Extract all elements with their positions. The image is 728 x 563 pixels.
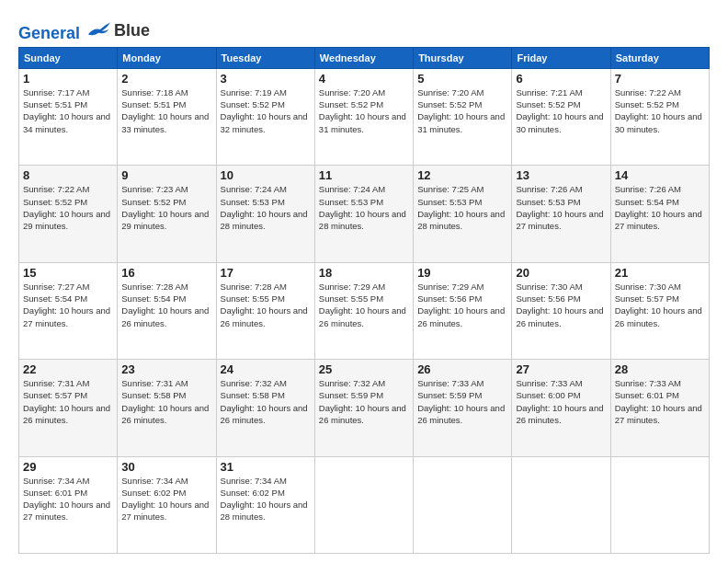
day-number: 11 [319,168,409,182]
day-info: Sunrise: 7:23 AM Sunset: 5:52 PM Dayligh… [121,183,211,232]
day-number: 4 [319,72,409,86]
day-info: Sunrise: 7:27 AM Sunset: 5:54 PM Dayligh… [23,281,113,329]
day-info: Sunrise: 7:20 AM Sunset: 5:52 PM Dayligh… [417,86,507,135]
calendar-cell: 20 Sunrise: 7:30 AM Sunset: 5:56 PM Dayl… [512,262,610,359]
day-info: Sunrise: 7:31 AM Sunset: 5:57 PM Dayligh… [23,377,113,426]
calendar-week-5: 29 Sunrise: 7:34 AM Sunset: 6:01 PM Dayl… [19,456,710,553]
day-info: Sunrise: 7:31 AM Sunset: 5:58 PM Dayligh… [121,377,211,426]
calendar-week-2: 8 Sunrise: 7:22 AM Sunset: 5:52 PM Dayli… [19,166,710,262]
calendar-cell: 24 Sunrise: 7:32 AM Sunset: 5:58 PM Dayl… [216,360,314,456]
calendar-cell: 7 Sunrise: 7:22 AM Sunset: 5:52 PM Dayli… [610,68,709,165]
day-number: 1 [23,72,113,86]
day-info: Sunrise: 7:20 AM Sunset: 5:52 PM Dayligh… [319,86,409,135]
day-info: Sunrise: 7:33 AM Sunset: 6:01 PM Dayligh… [615,377,705,426]
calendar-cell: 29 Sunrise: 7:34 AM Sunset: 6:01 PM Dayl… [19,456,118,553]
calendar-cell: 10 Sunrise: 7:24 AM Sunset: 5:53 PM Dayl… [216,166,314,262]
day-info: Sunrise: 7:32 AM Sunset: 5:59 PM Dayligh… [319,377,409,426]
calendar-cell: 21 Sunrise: 7:30 AM Sunset: 5:57 PM Dayl… [610,262,709,359]
calendar-cell: 28 Sunrise: 7:33 AM Sunset: 6:01 PM Dayl… [610,360,709,456]
day-number: 9 [121,168,211,182]
weekday-header-sunday: Sunday [19,47,118,68]
logo-text2: Blue [114,22,150,40]
calendar-cell [414,456,512,553]
day-info: Sunrise: 7:30 AM Sunset: 5:56 PM Dayligh… [516,281,606,329]
calendar-cell: 8 Sunrise: 7:22 AM Sunset: 5:52 PM Dayli… [19,166,118,262]
logo-text: General [18,18,112,43]
calendar-cell: 25 Sunrise: 7:32 AM Sunset: 5:59 PM Dayl… [314,360,413,456]
calendar-cell: 9 Sunrise: 7:23 AM Sunset: 5:52 PM Dayli… [118,166,216,262]
day-number: 20 [516,266,606,280]
header: General Blue [18,15,710,43]
day-info: Sunrise: 7:26 AM Sunset: 5:53 PM Dayligh… [516,183,606,232]
calendar-cell: 6 Sunrise: 7:21 AM Sunset: 5:52 PM Dayli… [512,68,610,165]
calendar-cell: 11 Sunrise: 7:24 AM Sunset: 5:53 PM Dayl… [314,166,413,262]
day-info: Sunrise: 7:21 AM Sunset: 5:52 PM Dayligh… [516,86,606,135]
weekday-header-wednesday: Wednesday [314,47,413,68]
day-number: 7 [615,72,705,86]
page: General Blue SundayMondayTuesdayWednesda… [0,0,728,563]
weekday-header-friday: Friday [512,47,610,68]
day-info: Sunrise: 7:32 AM Sunset: 5:58 PM Dayligh… [221,377,311,426]
weekday-header-row: SundayMondayTuesdayWednesdayThursdayFrid… [19,47,710,68]
calendar-week-4: 22 Sunrise: 7:31 AM Sunset: 5:57 PM Dayl… [19,360,710,456]
day-number: 23 [121,362,211,376]
day-info: Sunrise: 7:33 AM Sunset: 6:00 PM Dayligh… [516,377,606,426]
day-info: Sunrise: 7:29 AM Sunset: 5:55 PM Dayligh… [319,281,409,329]
day-number: 31 [221,460,311,474]
calendar-cell [610,456,709,553]
calendar-cell: 3 Sunrise: 7:19 AM Sunset: 5:52 PM Dayli… [216,68,314,165]
calendar-cell: 18 Sunrise: 7:29 AM Sunset: 5:55 PM Dayl… [314,262,413,359]
day-info: Sunrise: 7:24 AM Sunset: 5:53 PM Dayligh… [221,183,311,232]
day-number: 10 [221,168,311,182]
calendar-cell: 4 Sunrise: 7:20 AM Sunset: 5:52 PM Dayli… [314,68,413,165]
calendar-cell [512,456,610,553]
day-info: Sunrise: 7:33 AM Sunset: 5:59 PM Dayligh… [417,377,507,426]
day-number: 8 [23,168,113,182]
calendar-cell: 14 Sunrise: 7:26 AM Sunset: 5:54 PM Dayl… [610,166,709,262]
calendar-cell: 12 Sunrise: 7:25 AM Sunset: 5:53 PM Dayl… [414,166,512,262]
calendar-cell: 17 Sunrise: 7:28 AM Sunset: 5:55 PM Dayl… [216,262,314,359]
day-number: 5 [417,72,507,86]
day-number: 15 [23,266,113,280]
weekday-header-tuesday: Tuesday [216,47,314,68]
day-info: Sunrise: 7:28 AM Sunset: 5:54 PM Dayligh… [121,281,211,329]
calendar-table: SundayMondayTuesdayWednesdayThursdayFrid… [18,47,710,554]
calendar-cell: 27 Sunrise: 7:33 AM Sunset: 6:00 PM Dayl… [512,360,610,456]
day-number: 22 [23,362,113,376]
day-number: 26 [417,362,507,376]
day-number: 12 [417,168,507,182]
day-info: Sunrise: 7:19 AM Sunset: 5:52 PM Dayligh… [221,86,311,135]
calendar-cell: 19 Sunrise: 7:29 AM Sunset: 5:56 PM Dayl… [414,262,512,359]
calendar-week-1: 1 Sunrise: 7:17 AM Sunset: 5:51 PM Dayli… [19,68,710,165]
day-number: 25 [319,362,409,376]
logo-bird-icon [86,18,112,39]
day-info: Sunrise: 7:24 AM Sunset: 5:53 PM Dayligh… [319,183,409,232]
day-info: Sunrise: 7:30 AM Sunset: 5:57 PM Dayligh… [615,281,705,329]
calendar-cell: 15 Sunrise: 7:27 AM Sunset: 5:54 PM Dayl… [19,262,118,359]
calendar-cell: 23 Sunrise: 7:31 AM Sunset: 5:58 PM Dayl… [118,360,216,456]
calendar-cell: 30 Sunrise: 7:34 AM Sunset: 6:02 PM Dayl… [118,456,216,553]
day-info: Sunrise: 7:29 AM Sunset: 5:56 PM Dayligh… [417,281,507,329]
day-number: 27 [516,362,606,376]
day-number: 18 [319,266,409,280]
logo: General Blue [18,18,150,43]
day-info: Sunrise: 7:34 AM Sunset: 6:02 PM Dayligh… [121,475,211,523]
day-number: 19 [417,266,507,280]
day-number: 2 [121,72,211,86]
calendar-cell: 31 Sunrise: 7:34 AM Sunset: 6:02 PM Dayl… [216,456,314,553]
day-number: 3 [221,72,311,86]
calendar-cell: 5 Sunrise: 7:20 AM Sunset: 5:52 PM Dayli… [414,68,512,165]
day-number: 28 [615,362,705,376]
day-number: 17 [221,266,311,280]
day-number: 29 [23,460,113,474]
day-info: Sunrise: 7:34 AM Sunset: 6:02 PM Dayligh… [221,475,311,523]
calendar-cell: 22 Sunrise: 7:31 AM Sunset: 5:57 PM Dayl… [19,360,118,456]
day-number: 14 [615,168,705,182]
calendar-cell [314,456,413,553]
weekday-header-saturday: Saturday [610,47,709,68]
calendar-cell: 16 Sunrise: 7:28 AM Sunset: 5:54 PM Dayl… [118,262,216,359]
calendar-cell: 2 Sunrise: 7:18 AM Sunset: 5:51 PM Dayli… [118,68,216,165]
calendar-body: 1 Sunrise: 7:17 AM Sunset: 5:51 PM Dayli… [19,68,710,553]
calendar-cell: 1 Sunrise: 7:17 AM Sunset: 5:51 PM Dayli… [19,68,118,165]
day-info: Sunrise: 7:22 AM Sunset: 5:52 PM Dayligh… [23,183,113,232]
